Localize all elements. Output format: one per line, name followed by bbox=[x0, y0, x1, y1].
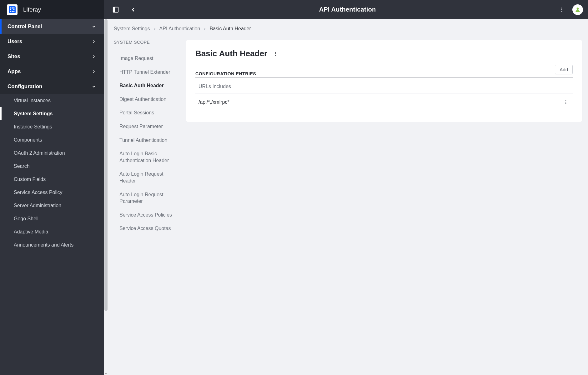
sidebar-item-announcements-alerts[interactable]: Announcements and Alerts bbox=[0, 238, 104, 252]
content-scrollbar[interactable] bbox=[104, 19, 108, 375]
label: Auto Login Request Header bbox=[119, 171, 163, 183]
label: Server Administration bbox=[14, 203, 61, 208]
label: Custom Fields bbox=[14, 177, 46, 182]
label: Digest Authentication bbox=[119, 97, 166, 102]
add-button[interactable]: Add bbox=[555, 65, 573, 74]
config-panel: Basic Auth Header CONFIGURATION ENTRIES … bbox=[186, 40, 582, 122]
svg-point-18 bbox=[275, 53, 276, 54]
sidebar-section-configuration[interactable]: Configuration bbox=[0, 79, 104, 94]
label: Gogo Shell bbox=[14, 216, 38, 221]
scope-item-tunnel-authentication[interactable]: Tunnel Authentication bbox=[114, 133, 179, 147]
scope-item-auto-login-req-header[interactable]: Auto Login Request Header bbox=[114, 167, 179, 188]
label: Virtual Instances bbox=[14, 98, 51, 103]
brand-name[interactable]: Liferay bbox=[23, 6, 41, 13]
sidebar-item-custom-fields[interactable]: Custom Fields bbox=[0, 173, 104, 186]
svg-rect-2 bbox=[12, 7, 13, 8]
table-row[interactable]: /api/*,/xmlrpc* bbox=[195, 93, 573, 111]
sidebar-section-label: Control Panel bbox=[8, 23, 42, 30]
scope-item-service-access-policies[interactable]: Service Access Policies bbox=[114, 208, 179, 222]
panel-kebab-icon[interactable] bbox=[272, 50, 279, 58]
sidebar-section-label: Configuration bbox=[8, 83, 42, 90]
chevron-right-icon bbox=[91, 54, 96, 59]
label: System Settings bbox=[14, 111, 53, 116]
label: Service Access Policy bbox=[14, 190, 63, 195]
sidebar-item-system-settings[interactable]: System Settings bbox=[0, 107, 104, 120]
sidebar-item-service-access-policy[interactable]: Service Access Policy bbox=[0, 186, 104, 199]
label: Adaptive Media bbox=[14, 229, 48, 234]
svg-rect-8 bbox=[13, 11, 15, 12]
sidebar-item-adaptive-media[interactable]: Adaptive Media bbox=[0, 225, 104, 238]
sidebar-section-apps[interactable]: Apps bbox=[0, 64, 104, 79]
svg-rect-5 bbox=[13, 9, 15, 10]
label: Service Access Quotas bbox=[119, 226, 171, 231]
label: Image Request bbox=[119, 56, 153, 61]
chevron-right-icon bbox=[203, 26, 206, 32]
sidebar-section-sites[interactable]: Sites bbox=[0, 49, 104, 64]
scope-title: SYSTEM SCOPE bbox=[114, 40, 179, 45]
topbar-kebab-icon[interactable] bbox=[556, 4, 567, 15]
label: Tunnel Authentication bbox=[119, 138, 167, 143]
brand-icon[interactable] bbox=[7, 4, 18, 15]
sidebar-section-control-panel[interactable]: Control Panel bbox=[0, 19, 104, 34]
breadcrumb-link-api-authentication[interactable]: API Authentication bbox=[159, 26, 200, 32]
svg-rect-7 bbox=[12, 11, 13, 12]
svg-point-20 bbox=[565, 100, 566, 101]
sidebar-section-label: Apps bbox=[8, 68, 21, 75]
scope-item-basic-auth-header[interactable]: Basic Auth Header bbox=[114, 79, 179, 92]
svg-point-19 bbox=[275, 55, 276, 56]
label: Auto Login Request Parameter bbox=[119, 192, 163, 204]
label: Basic Auth Header bbox=[119, 83, 164, 88]
chevron-down-icon bbox=[91, 84, 96, 89]
breadcrumb-link-system-settings[interactable]: System Settings bbox=[114, 26, 150, 32]
topbar: API Authentication bbox=[104, 0, 588, 19]
label: Portal Sessions bbox=[119, 110, 154, 115]
scope-item-image-request[interactable]: Image Request bbox=[114, 52, 179, 65]
scope-item-digest-authentication[interactable]: Digest Authentication bbox=[114, 92, 179, 106]
label: HTTP Tunnel Extender bbox=[119, 69, 170, 75]
content: System Settings API Authentication Basic… bbox=[108, 19, 588, 375]
svg-rect-1 bbox=[10, 7, 11, 8]
sidebar-sublist-configuration: Virtual Instances System Settings Instan… bbox=[0, 94, 104, 252]
label: Service Access Policies bbox=[119, 212, 172, 218]
user-avatar[interactable] bbox=[572, 4, 583, 15]
product-menu-toggle-icon[interactable] bbox=[110, 4, 121, 15]
sidebar-section-label: Sites bbox=[8, 53, 20, 60]
column-header-urls-includes: URLs Includes bbox=[195, 78, 573, 93]
svg-point-12 bbox=[561, 9, 562, 10]
sidebar-item-instance-settings[interactable]: Instance Settings bbox=[0, 120, 104, 133]
label: Instance Settings bbox=[14, 124, 52, 129]
label: Search bbox=[14, 163, 30, 169]
scope-item-auto-login-basic-auth[interactable]: Auto Login Basic Authentication Header bbox=[114, 147, 179, 167]
row-kebab-icon[interactable] bbox=[562, 98, 570, 106]
breadcrumb-current: Basic Auth Header bbox=[209, 26, 251, 32]
sidebar-item-search[interactable]: Search bbox=[0, 160, 104, 173]
scope-item-http-tunnel-extender[interactable]: HTTP Tunnel Extender bbox=[114, 65, 179, 79]
chevron-right-icon bbox=[153, 26, 156, 32]
svg-point-21 bbox=[565, 102, 566, 103]
scope-item-service-access-quotas[interactable]: Service Access Quotas bbox=[114, 222, 179, 235]
scope-item-portal-sessions[interactable]: Portal Sessions bbox=[114, 106, 179, 120]
scope-item-auto-login-req-param[interactable]: Auto Login Request Parameter bbox=[114, 188, 179, 208]
svg-point-14 bbox=[577, 8, 579, 10]
svg-rect-3 bbox=[13, 7, 15, 8]
label: Components bbox=[14, 137, 42, 142]
back-button[interactable] bbox=[128, 4, 139, 15]
svg-marker-16 bbox=[105, 373, 107, 374]
svg-rect-4 bbox=[10, 9, 11, 10]
sidebar-item-components[interactable]: Components bbox=[0, 133, 104, 147]
entries-header: CONFIGURATION ENTRIES bbox=[195, 71, 256, 76]
breadcrumb: System Settings API Authentication Basic… bbox=[108, 19, 588, 32]
row-value: /api/*,/xmlrpc* bbox=[199, 99, 229, 105]
chevron-down-icon bbox=[91, 24, 96, 29]
sidebar-item-gogo-shell[interactable]: Gogo Shell bbox=[0, 212, 104, 225]
panel-title: Basic Auth Header bbox=[195, 49, 267, 58]
svg-rect-10 bbox=[113, 7, 115, 12]
sidebar-item-virtual-instances[interactable]: Virtual Instances bbox=[0, 94, 104, 107]
label: Announcements and Alerts bbox=[14, 242, 73, 248]
scope-item-request-parameter[interactable]: Request Parameter bbox=[114, 120, 179, 133]
sidebar-section-users[interactable]: Users bbox=[0, 34, 104, 49]
sidebar-item-oauth2-administration[interactable]: OAuth 2 Administration bbox=[0, 147, 104, 160]
svg-rect-6 bbox=[10, 11, 11, 12]
svg-point-13 bbox=[561, 11, 562, 12]
sidebar-item-server-administration[interactable]: Server Administration bbox=[0, 199, 104, 212]
